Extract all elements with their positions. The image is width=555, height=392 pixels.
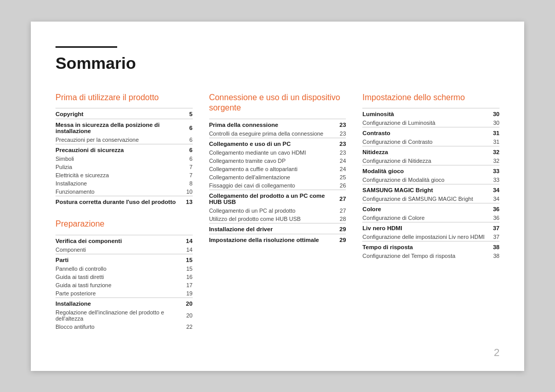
toc-sub-page: 10: [186, 188, 193, 196]
toc-heading-label: Nitidezza: [362, 146, 492, 157]
toc-heading-row: Precauzioni di sicurezza6: [55, 144, 193, 155]
toc-heading-label: Postura corretta durante l'uso del prodo…: [55, 196, 186, 207]
toc-sub-label: Parte posteriore: [55, 289, 186, 298]
toc-heading-label: Colore: [362, 203, 492, 214]
toc-sub-row: Regolazione dell'inclinazione del prodot…: [55, 308, 193, 323]
toc-sub-label: Configurazione di Colore: [362, 214, 492, 222]
toc-sub-label: Configurazione del Tempo di risposta: [362, 252, 492, 260]
toc-sub-label: Collegamento dell'alimentazione: [209, 173, 340, 181]
toc-heading-row: Tempo di risposta38: [362, 241, 499, 252]
toc-heading-page: 29: [340, 234, 346, 245]
toc-heading-row: Installazione del driver29: [209, 223, 346, 234]
toc-sub-page: 38: [493, 252, 499, 260]
toc-sub-label: Controlli da eseguire prima della connes…: [209, 129, 340, 138]
toc-heading-row: Parti15: [55, 254, 193, 265]
toc-sub-row: Elettricità e sicurezza7: [55, 171, 193, 179]
toc-heading-row: Impostazione della risoluzione ottimale2…: [209, 234, 346, 245]
toc-heading-page: 23: [340, 138, 346, 149]
toc-sub-label: Pannello di controllo: [55, 265, 186, 273]
toc-sub-label: Precauzioni per la conservazione: [55, 136, 186, 144]
toc-heading-page: 27: [340, 190, 346, 207]
toc-heading-page: 36: [493, 203, 499, 214]
toc-sub-page: 17: [186, 281, 193, 289]
toc-sub-row: Collegamento tramite cavo DP24: [209, 157, 346, 165]
toc-heading-row: Messa in sicurezza della posizione di in…: [55, 119, 193, 136]
toc-sub-page: 28: [340, 215, 346, 223]
toc-sub-row: Collegamento a cuffie o altoparlanti24: [209, 165, 346, 173]
toc-heading-label: Luminosità: [362, 108, 492, 119]
toc-heading-row: Collegamento e uso di un PC23: [209, 138, 346, 149]
toc-sub-row: Blocco antifurto22: [55, 323, 193, 331]
toc-sub-page: 14: [186, 246, 193, 254]
toc-sub-label: Collegamento tramite cavo DP: [209, 157, 340, 165]
toc-heading-label: Installazione del driver: [209, 223, 340, 234]
toc-heading-page: 32: [493, 146, 499, 157]
toc-table: Copyright5Messa in sicurezza della posiz…: [55, 108, 193, 207]
toc-heading-page: 15: [186, 254, 193, 265]
toc-heading-row: Luminosità30: [362, 108, 499, 119]
toc-heading-row: Installazione20: [55, 298, 193, 309]
toc-sub-label: Pulizia: [55, 163, 186, 171]
toc-heading-label: Collegamento e uso di un PC: [209, 138, 340, 149]
toc-sub-label: Fissaggio dei cavi di collegamento: [209, 181, 340, 190]
toc-sub-page: 37: [493, 233, 499, 241]
section-connessione: Connessione e uso di un dispositivo sorg…: [209, 92, 346, 245]
toc-sub-page: 7: [186, 163, 193, 171]
toc-heading-row: SAMSUNG MAGIC Bright34: [362, 184, 499, 195]
toc-sub-label: Collegamento di un PC al prodotto: [209, 207, 340, 215]
column-3: Impostazione dello schermoLuminosità30Co…: [362, 92, 499, 344]
toc-heading-row: Verifica dei componenti14: [55, 235, 193, 246]
toc-sub-label: Guida ai tasti funzione: [55, 281, 186, 289]
section-impostazione-schermo: Impostazione dello schermoLuminosità30Co…: [362, 92, 499, 260]
toc-heading-label: Collegamento del prodotto a un PC come H…: [209, 190, 340, 207]
toc-sub-label: Simboli: [55, 155, 186, 163]
toc-sub-row: Precauzioni per la conservazione6: [55, 136, 193, 144]
toc-heading-label: Tempo di risposta: [362, 241, 492, 252]
toc-sub-page: 30: [493, 119, 499, 127]
toc-heading-label: Impostazione della risoluzione ottimale: [209, 234, 340, 245]
toc-sub-label: Configurazione di SAMSUNG MAGIC Bright: [362, 195, 492, 203]
section-prima-di-utilizzare: Prima di utilizzare il prodottoCopyright…: [55, 92, 193, 207]
toc-heading-page: 29: [340, 223, 346, 234]
toc-sub-row: Configurazione di Colore36: [362, 214, 499, 222]
toc-sub-page: 23: [340, 148, 346, 157]
toc-sub-row: Configurazione del Tempo di risposta38: [362, 252, 499, 260]
toc-sub-row: Configurazione di Contrasto31: [362, 138, 499, 146]
toc-sub-row: Collegamento mediante un cavo HDMI23: [209, 148, 346, 157]
toc-sub-label: Guida ai tasti diretti: [55, 273, 186, 281]
toc-heading-page: 33: [493, 165, 499, 176]
toc-sub-label: Collegamento a cuffie o altoparlanti: [209, 165, 340, 173]
toc-sub-row: Utilizzo del prodotto come HUB USB28: [209, 215, 346, 223]
toc-heading-page: 30: [493, 108, 499, 119]
page-title: Sommario: [55, 46, 499, 76]
toc-sub-page: 6: [186, 136, 193, 144]
toc-sub-row: Installazione8: [55, 179, 193, 188]
toc-heading-label: Installazione: [55, 298, 186, 309]
toc-sub-row: Pannello di controllo15: [55, 265, 193, 273]
toc-heading-row: Collegamento del prodotto a un PC come H…: [209, 190, 346, 207]
toc-heading-label: Parti: [55, 254, 186, 265]
toc-heading-page: 13: [186, 196, 193, 207]
toc-table: Prima della connessione23Controlli da es…: [209, 119, 346, 245]
toc-heading-label: Precauzioni di sicurezza: [55, 144, 186, 155]
toc-heading-page: 38: [493, 241, 499, 252]
toc-sub-page: 22: [186, 323, 193, 331]
toc-heading-row: Postura corretta durante l'uso del prodo…: [55, 196, 193, 207]
toc-heading-page: 20: [186, 298, 193, 309]
toc-sub-row: Configurazione di Luminosità30: [362, 119, 499, 127]
toc-sub-row: Collegamento di un PC al prodotto27: [209, 207, 346, 215]
toc-heading-page: 6: [186, 119, 193, 136]
toc-heading-row: Contrasto31: [362, 127, 499, 138]
toc-table: Luminosità30Configurazione di Luminosità…: [362, 108, 499, 260]
toc-heading-row: Prima della connessione23: [209, 119, 346, 130]
toc-heading-page: 31: [493, 127, 499, 138]
toc-heading-row: Liv nero HDMI37: [362, 222, 499, 233]
page-number: 2: [494, 347, 499, 359]
toc-heading-label: Modalità gioco: [362, 165, 492, 176]
toc-sub-page: 32: [493, 157, 499, 165]
toc-sub-label: Configurazione di Contrasto: [362, 138, 492, 146]
toc-sub-page: 16: [186, 273, 193, 281]
toc-sub-page: 31: [493, 138, 499, 146]
toc-heading-row: Modalità gioco33: [362, 165, 499, 176]
section-title: Preparazione: [55, 219, 193, 230]
